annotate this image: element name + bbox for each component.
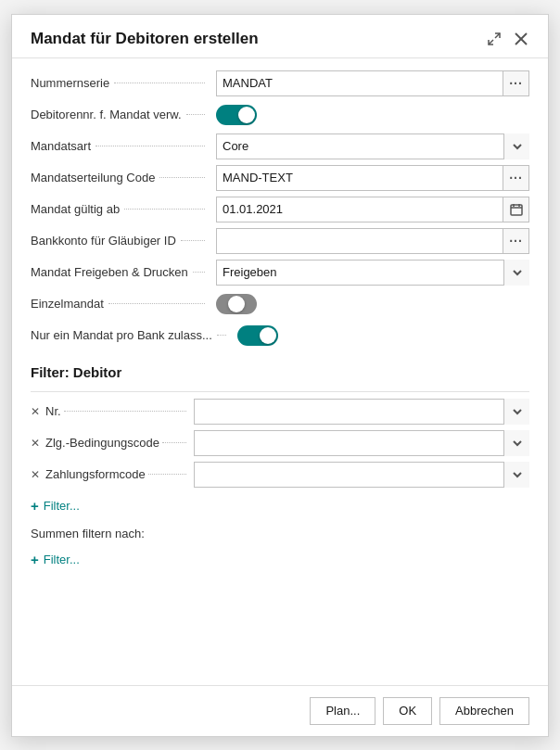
nummernserie-row: Nummernserie ··· bbox=[31, 68, 529, 99]
mandatsart-value: Core B2B bbox=[216, 133, 529, 159]
filter-section-divider bbox=[31, 391, 529, 392]
bankkonto-value: ··· bbox=[216, 228, 529, 254]
add-filter-link[interactable]: + Filter... bbox=[31, 490, 529, 517]
filter-nr-label: Nr. bbox=[45, 404, 194, 418]
filter-nr-value bbox=[194, 399, 529, 425]
mandatserteilung-label: Mandatserteilung Code bbox=[31, 171, 216, 184]
filter-nr-row: ✕ Nr. bbox=[31, 396, 529, 427]
nur-ein-mandat-toggle-container bbox=[237, 325, 529, 346]
filter-zlg-label: Zlg.-Bedingungscode bbox=[45, 436, 194, 450]
mandat-freigeben-row: Mandat Freigeben & Drucken Freigeben Dru… bbox=[31, 257, 529, 288]
einzelmandat-toggle[interactable] bbox=[216, 294, 257, 314]
add-sum-filter-label: Filter... bbox=[44, 553, 80, 566]
filter-zlg-select[interactable] bbox=[194, 430, 529, 456]
mandatserteilung-value: ··· bbox=[216, 165, 529, 191]
close-icon[interactable] bbox=[513, 31, 529, 47]
svg-rect-4 bbox=[511, 205, 522, 215]
mandat-gueltig-input[interactable] bbox=[216, 197, 503, 222]
mandatserteilung-row: Mandatserteilung Code ··· bbox=[31, 162, 529, 194]
mandat-freigeben-label: Mandat Freigeben & Drucken bbox=[31, 265, 216, 279]
nur-ein-mandat-row: Nur ein Mandat pro Bank zulass... bbox=[31, 320, 529, 351]
add-filter-label: Filter... bbox=[44, 499, 80, 513]
einzelmandat-toggle-container bbox=[216, 294, 529, 314]
dialog-body: Nummernserie ··· Debitorennr. f. Mandat … bbox=[12, 58, 548, 685]
mandat-gueltig-label: Mandat gültig ab bbox=[31, 202, 216, 216]
add-sum-filter-link[interactable]: + Filter... bbox=[31, 544, 529, 571]
bankkonto-input[interactable] bbox=[216, 228, 503, 254]
debitorennr-toggle-container bbox=[216, 105, 529, 125]
mandatsart-row: Mandatsart Core B2B bbox=[31, 131, 529, 162]
plan-button[interactable]: Plan... bbox=[310, 697, 375, 725]
nur-ein-mandat-label: Nur ein Mandat pro Bank zulass... bbox=[31, 328, 237, 342]
filter-zlg-row: ✕ Zlg.-Bedingungscode bbox=[31, 427, 529, 459]
header-icons bbox=[485, 30, 529, 48]
bankkonto-row: Bankkonto für Gläubiger ID ··· bbox=[31, 225, 529, 257]
cancel-button[interactable]: Abbrechen bbox=[439, 697, 529, 725]
nummernserie-dots-button[interactable]: ··· bbox=[503, 70, 529, 96]
filter-section-header: Filter: Debitor bbox=[31, 351, 529, 386]
mandatsart-select[interactable]: Core B2B bbox=[216, 133, 529, 159]
dialog-header: Mandat für Debitoren erstellen bbox=[12, 15, 548, 58]
sum-filter-label: Summen filtern nach: bbox=[31, 517, 529, 544]
mandatsart-label: Mandatsart bbox=[31, 139, 216, 153]
dialog-footer: Plan... OK Abbrechen bbox=[12, 685, 548, 736]
ok-button[interactable]: OK bbox=[383, 697, 432, 725]
filter-zahlungsform-remove-icon[interactable]: ✕ bbox=[31, 468, 42, 481]
bankkonto-dots-button[interactable]: ··· bbox=[503, 228, 529, 254]
mandat-freigeben-value: Freigeben Drucken Freigeben & Drucken bbox=[216, 260, 529, 286]
filter-zahlungsform-row: ✕ Zahlungsformcode bbox=[31, 459, 529, 490]
filter-zlg-value bbox=[194, 430, 529, 456]
mandatserteilung-input[interactable] bbox=[216, 165, 503, 191]
filter-nr-select[interactable] bbox=[194, 399, 529, 425]
dialog-title: Mandat für Debitoren erstellen bbox=[31, 30, 259, 48]
filter-nr-remove-icon[interactable]: ✕ bbox=[31, 405, 42, 418]
mandat-gueltig-row: Mandat gültig ab bbox=[31, 194, 529, 225]
dialog: Mandat für Debitoren erstellen bbox=[11, 14, 549, 737]
expand-icon[interactable] bbox=[485, 30, 503, 48]
mandat-freigeben-select[interactable]: Freigeben Drucken Freigeben & Drucken bbox=[216, 260, 529, 286]
add-sum-filter-plus-icon: + bbox=[31, 552, 39, 567]
nur-ein-mandat-toggle[interactable] bbox=[237, 325, 278, 346]
nummernserie-label: Nummernserie bbox=[31, 76, 216, 90]
debitorennr-label: Debitorennr. f. Mandat verw. bbox=[31, 108, 216, 121]
einzelmandat-row: Einzelmandat bbox=[31, 288, 529, 320]
filter-zahlungsform-label: Zahlungsformcode bbox=[45, 467, 194, 481]
bankkonto-label: Bankkonto für Gläubiger ID bbox=[31, 234, 216, 248]
filter-zlg-remove-icon[interactable]: ✕ bbox=[31, 437, 42, 450]
add-filter-plus-icon: + bbox=[31, 498, 39, 514]
debitorennr-row: Debitorennr. f. Mandat verw. bbox=[31, 99, 529, 131]
filter-zahlungsform-value bbox=[194, 462, 529, 488]
debitorennr-toggle[interactable] bbox=[216, 105, 257, 125]
filter-zahlungsform-select[interactable] bbox=[194, 462, 529, 488]
mandatserteilung-dots-button[interactable]: ··· bbox=[503, 165, 529, 191]
calendar-icon-button[interactable] bbox=[503, 197, 529, 222]
mandat-gueltig-value bbox=[216, 197, 529, 222]
nummernserie-input[interactable] bbox=[216, 70, 503, 96]
nummernserie-value: ··· bbox=[216, 70, 529, 96]
einzelmandat-label: Einzelmandat bbox=[31, 297, 216, 311]
